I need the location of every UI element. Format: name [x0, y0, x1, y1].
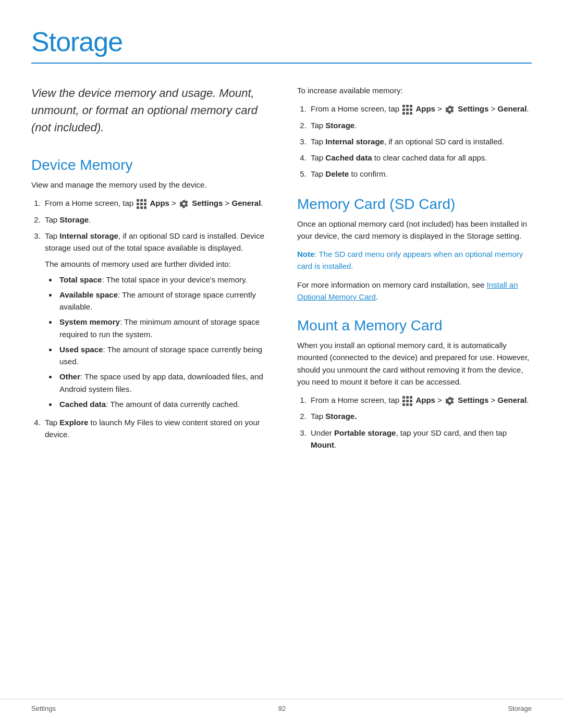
footer-center: 92 — [278, 705, 285, 712]
page-container: Storage View the device memory and usage… — [0, 0, 563, 499]
settings-icon — [179, 199, 189, 208]
bullet-total-space: Total space: The total space in your dev… — [57, 274, 266, 286]
more-info-p: For more information on memory card inst… — [297, 279, 532, 303]
inc-step-4: Tap Cached data to clear cached data for… — [309, 152, 532, 164]
bullet-system-memory: System memory: The minimum amount of sto… — [57, 316, 266, 340]
mount-step-2: Tap Storage. — [309, 410, 532, 422]
footer-left: Settings — [31, 705, 56, 712]
inc-step-5: Tap Delete to confirm. — [309, 168, 532, 180]
intro-paragraph: View the device memory and usage. Mount,… — [31, 84, 266, 136]
step-2: Tap Storage. — [43, 214, 266, 226]
inc-step-2: Tap Storage. — [309, 119, 532, 131]
page-footer: Settings 92 Storage — [0, 699, 563, 712]
memory-card-heading: Memory Card (SD Card) — [297, 196, 532, 213]
sd-card-note: Note: The SD card menu only appears when… — [297, 248, 532, 273]
settings-icon-2 — [445, 105, 455, 114]
increase-memory-intro: To increase available memory: — [297, 84, 532, 96]
memory-card-intro: Once an optional memory card (not includ… — [297, 218, 532, 242]
step-4: Tap Explore to launch My Files to view c… — [43, 416, 266, 441]
memory-types-list: Total space: The total space in your dev… — [45, 274, 266, 411]
device-memory-intro: View and manage the memory used by the d… — [31, 179, 266, 191]
mount-memory-card-intro: When you install an optional memory card… — [297, 339, 532, 388]
footer-right: Storage — [508, 705, 532, 712]
mount-step-3: Under Portable storage, tap your SD card… — [309, 427, 532, 451]
title-divider — [31, 63, 532, 64]
inc-step-3: Tap Internal storage, if an optional SD … — [309, 135, 532, 147]
page-title: Storage — [31, 26, 532, 57]
device-memory-heading: Device Memory — [31, 157, 266, 174]
step-1: From a Home screen, tap Apps > Settings … — [43, 197, 266, 209]
mount-memory-card-heading: Mount a Memory Card — [297, 317, 532, 334]
left-column: View the device memory and usage. Mount,… — [31, 84, 266, 457]
increase-memory-steps: From a Home screen, tap Apps > Settings … — [297, 103, 532, 180]
two-column-layout: View the device memory and usage. Mount,… — [31, 84, 532, 457]
step-3: Tap Internal storage, if an optional SD … — [43, 230, 266, 410]
mount-memory-steps: From a Home screen, tap Apps > Settings … — [297, 394, 532, 451]
apps-icon-2 — [402, 105, 412, 115]
apps-icon-3 — [402, 396, 412, 406]
install-memory-card-link[interactable]: Install an Optional Memory Card — [297, 280, 518, 301]
inc-step-1: From a Home screen, tap Apps > Settings … — [309, 103, 532, 115]
apps-icon — [137, 199, 146, 209]
bullet-cached-data: Cached data: The amount of data currentl… — [57, 398, 266, 410]
bullet-available-space: Available space: The amount of storage s… — [57, 289, 266, 313]
device-memory-steps: From a Home screen, tap Apps > Settings … — [31, 197, 266, 440]
bullet-other: Other: The space used by app data, downl… — [57, 371, 266, 395]
settings-icon-3 — [445, 396, 455, 405]
bullet-used-space: Used space: The amount of storage space … — [57, 343, 266, 368]
mount-step-1: From a Home screen, tap Apps > Settings … — [309, 394, 532, 406]
right-column: To increase available memory: From a Hom… — [297, 84, 532, 457]
